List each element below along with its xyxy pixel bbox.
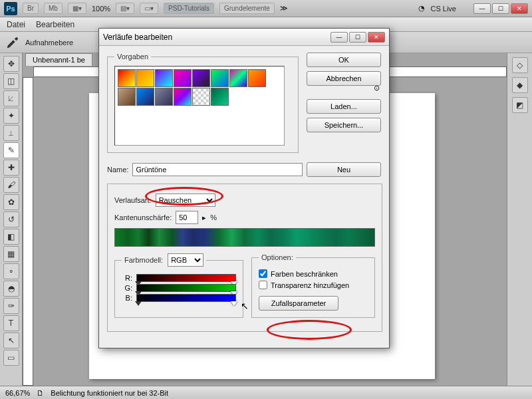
dialog-titlebar[interactable]: Verläufe bearbeiten — ☐ ✕ [99, 29, 389, 46]
load-button[interactable]: Laden... [307, 99, 381, 114]
name-input[interactable] [132, 163, 303, 176]
preset-swatch[interactable] [248, 69, 266, 87]
preset-swatch[interactable] [136, 88, 154, 106]
swatches-icon[interactable]: ◇ [512, 57, 528, 73]
type-label: Verlaufsart: [114, 196, 152, 204]
tab-grundelemente[interactable]: Grundelemente [219, 3, 275, 14]
gradient-preview [114, 228, 375, 247]
ps-logo: Ps [4, 2, 17, 15]
r-slider[interactable] [136, 274, 236, 282]
b-slider[interactable] [136, 294, 236, 302]
document-tab[interactable]: Unbenannt-1 be [25, 53, 92, 66]
dialog-close-button[interactable]: ✕ [368, 32, 385, 43]
roughness-label: Kantenunschärfe: [114, 213, 172, 221]
preset-swatch[interactable] [229, 69, 247, 87]
ok-button[interactable]: OK [307, 53, 381, 67]
preset-swatch[interactable] [136, 69, 154, 87]
gradient-tool[interactable]: ▦ [3, 246, 19, 262]
app-titlebar: Ps Br Mb ▦▾ 100% ▤▾ ▭▾ PSD-Tutorials Gru… [0, 0, 532, 17]
save-button[interactable]: Speichern... [307, 118, 381, 132]
color-icon[interactable]: ◆ [512, 77, 528, 93]
cancel-button[interactable]: Abbrechen [307, 71, 381, 86]
optionsbar-label: Aufnahmebere [25, 39, 73, 47]
eyedropper-icon [5, 35, 20, 50]
preset-swatch[interactable] [174, 69, 192, 87]
cslive-label[interactable]: CS Live [430, 5, 456, 13]
screen-chip[interactable]: ▭▾ [140, 3, 158, 14]
path-tool[interactable]: ↖ [3, 332, 19, 348]
status-doc-icon: 🗋 [37, 389, 44, 397]
move-tool[interactable]: ✥ [3, 56, 19, 72]
dialog-title: Verläufe bearbeiten [103, 33, 331, 42]
layout-chip[interactable]: ▦▾ [68, 3, 86, 14]
preset-swatch[interactable] [155, 69, 173, 87]
app-minimize-button[interactable]: — [473, 3, 491, 14]
dialog-minimize-button[interactable]: — [331, 32, 348, 43]
app-close-button[interactable]: ✕ [511, 3, 528, 14]
preset-swatch[interactable] [211, 69, 229, 87]
presets-box[interactable] [114, 66, 285, 146]
statusbar: 66,67% 🗋 Belichtung funktioniert nur bei… [0, 386, 532, 399]
presets-legend: Vorgaben [114, 53, 151, 61]
preset-swatch[interactable] [192, 88, 210, 106]
status-msg: Belichtung funktioniert nur bei 32-Bit [51, 389, 168, 397]
dialog-maximize-button[interactable]: ☐ [349, 32, 366, 43]
more-icon[interactable]: ≫ [280, 4, 288, 13]
preset-swatch[interactable] [174, 88, 192, 106]
roughness-stepper[interactable]: ▸ [202, 213, 206, 222]
options-legend: Optionen: [259, 253, 296, 261]
preset-swatch[interactable] [211, 88, 229, 106]
right-panels: ◇ ◆ ◩ [507, 53, 532, 386]
r-label: R: [122, 274, 132, 282]
view-chip[interactable]: ▤▾ [116, 3, 134, 14]
randomize-button[interactable]: Zufallsparameter [259, 296, 338, 311]
preset-swatch[interactable] [118, 69, 136, 87]
colormodel-select[interactable]: RGB [168, 253, 203, 267]
preset-swatch[interactable] [118, 88, 136, 106]
roughness-input[interactable] [176, 211, 198, 224]
shape-tool[interactable]: ▭ [3, 350, 19, 366]
name-label: Name: [107, 166, 128, 174]
history-brush-tool[interactable]: ↺ [3, 211, 19, 227]
tab-psd-tutorials[interactable]: PSD-Tutorials [164, 3, 214, 14]
cslive-icon[interactable]: ◔ [418, 4, 425, 13]
zoom-label[interactable]: 100% [92, 5, 110, 13]
blur-tool[interactable]: ∘ [3, 263, 19, 279]
heal-tool[interactable]: ✚ [3, 160, 19, 176]
new-button[interactable]: Neu [307, 162, 381, 177]
type-tool[interactable]: T [3, 315, 19, 331]
stamp-tool[interactable]: ✿ [3, 194, 19, 210]
gradient-type-select[interactable]: Rauschen [156, 194, 215, 207]
dodge-tool[interactable]: ◓ [3, 281, 19, 297]
g-label: G: [122, 284, 132, 292]
gradient-editor-dialog: Verläufe bearbeiten — ☐ ✕ Vorgaben ⊙ OK … [98, 28, 390, 348]
wand-tool[interactable]: ✦ [3, 108, 19, 124]
add-transparency-checkbox[interactable]: Transparenz hinzufügen [259, 281, 368, 289]
preset-swatch[interactable] [155, 88, 173, 106]
eyedropper-tool[interactable]: ✎ [3, 142, 19, 158]
marquee-tool[interactable]: ◫ [3, 73, 19, 89]
g-slider[interactable] [136, 284, 236, 292]
ruler-left [23, 77, 33, 386]
eraser-tool[interactable]: ◧ [3, 229, 19, 245]
menu-file[interactable]: Datei [7, 20, 25, 29]
brush-tool[interactable]: 🖌 [3, 177, 19, 193]
br-chip[interactable]: Br [23, 3, 39, 14]
colormodel-label: Farbmodell: [124, 256, 163, 264]
pct-label: % [210, 213, 217, 221]
presets-menu-icon[interactable]: ⊙ [374, 84, 380, 92]
lasso-tool[interactable]: ⟀ [3, 90, 19, 106]
preset-swatch[interactable] [192, 69, 210, 87]
b-label: B: [122, 294, 132, 302]
pen-tool[interactable]: ✑ [3, 298, 19, 314]
status-zoom[interactable]: 66,67% [5, 389, 30, 397]
crop-tool[interactable]: ⟂ [3, 125, 19, 141]
app-maximize-button[interactable]: ☐ [492, 3, 509, 14]
restrict-colors-checkbox[interactable]: Farben beschränken [259, 269, 368, 278]
mb-chip[interactable]: Mb [44, 3, 63, 14]
adjust-icon[interactable]: ◩ [512, 97, 528, 113]
menu-edit[interactable]: Bearbeiten [36, 20, 74, 29]
tools-panel: ✥ ◫ ⟀ ✦ ⟂ ✎ ✚ 🖌 ✿ ↺ ◧ ▦ ∘ ◓ ✑ T ↖ ▭ [0, 53, 23, 386]
